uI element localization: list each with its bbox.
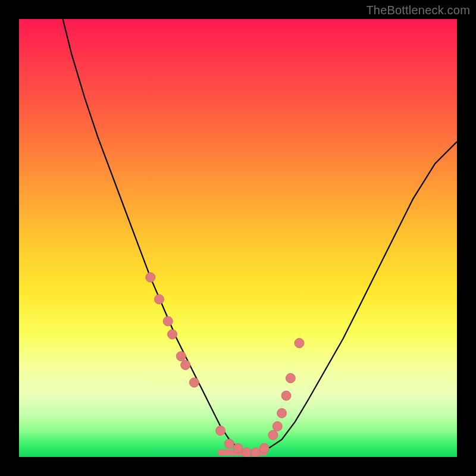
plot-area — [19, 19, 457, 457]
data-marker — [268, 430, 278, 440]
data-marker — [259, 443, 269, 453]
curve-layer — [63, 19, 457, 453]
marker-layer — [146, 273, 304, 457]
data-marker — [224, 439, 234, 449]
data-marker — [146, 273, 155, 282]
data-marker — [163, 317, 173, 326]
chart-svg — [19, 19, 457, 457]
watermark-text: TheBottleneck.com — [366, 4, 470, 17]
data-marker — [242, 448, 252, 457]
data-marker — [155, 295, 164, 304]
data-marker — [273, 422, 282, 431]
data-marker — [286, 374, 295, 383]
data-marker — [176, 352, 186, 361]
data-marker — [181, 360, 190, 369]
data-marker — [277, 408, 287, 418]
data-marker — [216, 426, 226, 436]
data-marker — [233, 443, 243, 453]
outer-frame: TheBottleneck.com — [0, 0, 476, 476]
data-marker — [295, 339, 304, 348]
data-marker — [250, 448, 260, 457]
bottleneck-curve-path — [63, 19, 457, 453]
data-marker — [189, 378, 199, 387]
data-marker — [281, 391, 291, 400]
data-marker — [168, 330, 177, 339]
